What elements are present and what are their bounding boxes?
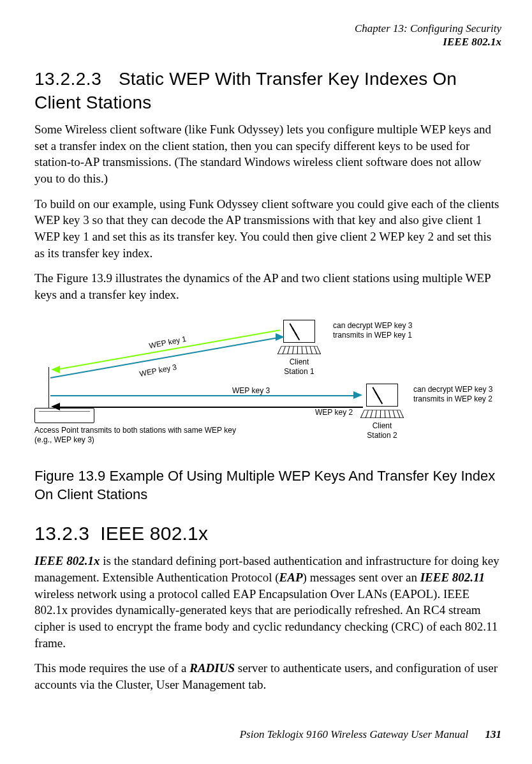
label-wep-key-3-top: WEP key 3 [139, 362, 178, 379]
section-number: 13.2.2.3 [34, 69, 101, 89]
arrow-wep-key-3-bottom [353, 391, 362, 399]
footer-page-number: 131 [485, 728, 502, 740]
heading-13-2-3: 13.2.3 IEEE 802.1x [34, 521, 501, 547]
client-1-label: Client Station 1 [277, 357, 321, 377]
label-wep-key-2: WEP key 2 [315, 408, 353, 418]
term-ieee-80211: IEEE 802.11 [420, 571, 485, 584]
term-radius: RADIUS [189, 661, 235, 675]
heading-13-2-2-3: 13.2.2.3 Static WEP With Transfer Key In… [34, 67, 501, 116]
ap-caption-line1: Access Point transmits to both stations … [34, 426, 236, 436]
paragraph-5: This mode requires the use of a RADIUS s… [34, 660, 501, 693]
client-2-label: Client Station 2 [360, 421, 404, 441]
header-section: IEEE 802.1x [34, 35, 501, 49]
page: Chapter 13: Configuring Security IEEE 80… [0, 0, 532, 764]
figure-caption: Figure 13.9 Example Of Using Multiple WE… [34, 467, 501, 504]
figure-13-9: Client Station 1 can decrypt WEP key 3 t… [34, 312, 500, 459]
term-ieee-8021x: IEEE 802.1x [34, 554, 100, 567]
ap-caption-line2: (e.g., WEP key 3) [34, 435, 236, 446]
client-1-note-line2: transmits in WEP key 1 [333, 331, 413, 341]
header-chapter: Chapter 13: Configuring Security [34, 22, 501, 35]
label-wep-key-1: WEP key 1 [149, 334, 188, 351]
label-wep-key-3-bottom: WEP key 3 [232, 386, 270, 396]
client-1-note-line1: can decrypt WEP key 3 [333, 321, 413, 331]
client-2-note-line2: transmits in WEP key 2 [413, 394, 493, 405]
section-title-2: IEEE 802.1x [100, 523, 208, 544]
ap-caption: Access Point transmits to both stations … [34, 426, 236, 446]
paragraph-1: Some Wireless client software (like Funk… [34, 121, 501, 187]
arrow-wep-key-1 [51, 366, 60, 373]
access-point-icon [34, 408, 94, 423]
client-2-note: can decrypt WEP key 3 transmits in WEP k… [413, 385, 493, 405]
line-wep-key-3-bottom [50, 395, 357, 396]
page-footer: Psion Teklogix 9160 Wireless Gateway Use… [34, 728, 501, 742]
section-number-2: 13.2.3 [34, 523, 89, 544]
paragraph-3: The Figure 13.9 illustrates the dynamics… [34, 270, 501, 303]
term-eap: EAP [279, 571, 303, 584]
client-1-note: can decrypt WEP key 3 transmits in WEP k… [333, 321, 413, 341]
arrow-wep-key-3-top [276, 333, 284, 341]
client-station-1-icon: Client Station 1 [277, 320, 321, 377]
arrow-wep-key-2 [51, 403, 60, 410]
running-header: Chapter 13: Configuring Security IEEE 80… [34, 22, 501, 49]
client-station-2-icon: Client Station 2 [360, 384, 404, 441]
ap-antenna-icon [48, 367, 49, 408]
paragraph-4: IEEE 802.1x is the standard defining por… [34, 553, 501, 651]
client-2-note-line1: can decrypt WEP key 3 [413, 385, 493, 395]
footer-manual-title: Psion Teklogix 9160 Wireless Gateway Use… [240, 728, 469, 740]
paragraph-2: To build on our example, using Funk Odys… [34, 196, 501, 262]
